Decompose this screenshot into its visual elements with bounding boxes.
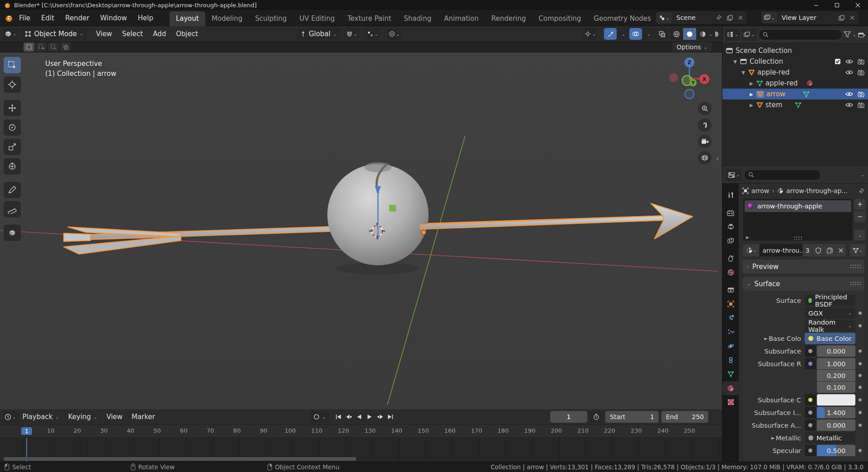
tab-render[interactable]: [722, 206, 739, 220]
filter-icon[interactable]: [844, 31, 851, 38]
disclosure-triangle-icon[interactable]: ▼: [732, 59, 738, 64]
shading-solid-button[interactable]: [683, 28, 696, 40]
remove-view-layer-button[interactable]: [847, 12, 858, 23]
eye-icon[interactable]: [845, 70, 853, 75]
xray-toggle-button[interactable]: [656, 28, 668, 40]
tab-layout[interactable]: Layout: [170, 11, 205, 26]
gizmo-minus-z[interactable]: [685, 90, 694, 99]
fake-user-button[interactable]: [813, 244, 824, 256]
expander-icon[interactable]: ►: [769, 435, 775, 440]
decorator-dot[interactable]: [859, 324, 862, 327]
metallic-field[interactable]: Metallic: [805, 432, 855, 444]
subsurface-value-field[interactable]: 0.000: [817, 345, 855, 357]
end-frame-field[interactable]: End 250: [661, 411, 708, 423]
decorator-dot[interactable]: [859, 386, 862, 389]
minimize-button[interactable]: [806, 0, 826, 10]
list-resize-grip[interactable]: [793, 236, 802, 240]
shading-dropdown[interactable]: ⌄: [706, 28, 715, 40]
view-layer-name[interactable]: View Layer: [777, 14, 836, 21]
breadcrumb-object[interactable]: arrow: [751, 187, 769, 194]
tool-annotate[interactable]: [4, 182, 21, 198]
subsurface-anisotropy-field[interactable]: 0.000: [817, 420, 855, 431]
value-socket[interactable]: [805, 345, 816, 357]
tab-tool[interactable]: [722, 188, 739, 202]
tool-select-box[interactable]: [4, 57, 21, 73]
distribution-dropdown[interactable]: GGX ⌄: [805, 307, 855, 319]
maximize-button[interactable]: [826, 0, 847, 10]
timeline-menu-marker[interactable]: Marker: [127, 411, 160, 423]
current-frame-field[interactable]: 1: [550, 411, 587, 423]
editor-splitter[interactable]: [722, 26, 722, 462]
decorator-dot[interactable]: [859, 449, 862, 452]
proportional-editing-button[interactable]: ⌄: [387, 28, 401, 40]
select-mode-extend-button[interactable]: [36, 42, 47, 52]
tab-animation[interactable]: Animation: [438, 11, 485, 26]
zoom-button[interactable]: [698, 102, 712, 115]
delete-scene-button[interactable]: [735, 12, 746, 23]
gizmo-minus-x[interactable]: [669, 73, 678, 82]
material-slot-list[interactable]: arrow-through-apple ▶: [743, 199, 853, 241]
subsurface-radius-z-field[interactable]: 0.100: [817, 382, 855, 393]
decorator-dot[interactable]: [859, 349, 862, 353]
base-color-field[interactable]: Base Color: [805, 333, 855, 344]
specular-field[interactable]: 0.500: [817, 445, 855, 456]
new-scene-button[interactable]: [724, 12, 735, 23]
panel-drag-grip[interactable]: [850, 264, 861, 269]
tab-physics[interactable]: [722, 339, 739, 353]
value-socket[interactable]: [805, 407, 816, 418]
tab-particles[interactable]: [722, 325, 739, 339]
decorator-dot[interactable]: [859, 411, 862, 414]
properties-search-input[interactable]: [744, 170, 821, 180]
select-mode-intersect-button[interactable]: [60, 42, 71, 52]
slot-specials-button[interactable]: ⌄: [854, 230, 865, 241]
tool-add-cube[interactable]: [4, 225, 21, 241]
menu-render[interactable]: Render: [60, 12, 94, 24]
disclosure-triangle-icon[interactable]: ▶: [749, 81, 754, 86]
breadcrumb-material[interactable]: arrow-through-ap...: [786, 187, 847, 194]
tab-world[interactable]: [722, 265, 739, 279]
outliner-row-collection[interactable]: ▼ Collection: [722, 56, 868, 67]
chevron-down-icon[interactable]: ⌄: [861, 172, 864, 177]
surface-shader-field[interactable]: Principled BSDF: [805, 295, 855, 306]
value-socket[interactable]: [805, 445, 816, 456]
chevron-down-icon[interactable]: ⌄: [322, 415, 326, 420]
show-overlays-button[interactable]: [629, 28, 642, 40]
color-socket[interactable]: [805, 394, 816, 406]
tool-move[interactable]: [4, 100, 21, 116]
decorator-dot[interactable]: [859, 424, 862, 427]
play-button[interactable]: [364, 411, 375, 423]
tab-rendering[interactable]: Rendering: [485, 11, 533, 26]
new-collection-button[interactable]: [858, 31, 865, 38]
material-users-button[interactable]: 3: [803, 244, 812, 256]
snap-toggle-button[interactable]: ⌄: [344, 28, 359, 40]
tab-sculpting[interactable]: Sculpting: [249, 11, 293, 26]
add-slot-button[interactable]: +: [854, 199, 865, 210]
tab-view-layer[interactable]: [722, 234, 739, 248]
eye-icon[interactable]: [845, 59, 853, 64]
tool-cursor[interactable]: [4, 76, 21, 93]
outliner-row-stem[interactable]: ▶ stem: [722, 99, 868, 110]
viewport-menu-view[interactable]: View: [91, 28, 117, 40]
scene-name[interactable]: Scene: [672, 14, 713, 21]
outliner-row-apple-red-mesh[interactable]: ▶ apple-red: [722, 78, 868, 89]
tab-geometry-nodes[interactable]: Geometry Nodes: [587, 11, 657, 26]
tool-scale[interactable]: [4, 139, 21, 155]
transform-orientation-dropdown[interactable]: Global ⌄: [296, 28, 341, 40]
pan-button[interactable]: [698, 118, 712, 132]
use-preview-range-button[interactable]: [590, 411, 603, 423]
editor-type-button[interactable]: ⌄: [3, 28, 18, 40]
tab-output[interactable]: [722, 220, 739, 234]
tab-scene[interactable]: [722, 251, 739, 265]
preview-panel-header[interactable]: › Preview: [742, 260, 864, 274]
camera-icon[interactable]: [858, 70, 864, 76]
subsurface-method-dropdown[interactable]: Random Walk ⌄: [805, 320, 855, 331]
eye-icon[interactable]: [845, 91, 853, 97]
tool-rotate[interactable]: [4, 119, 21, 136]
camera-icon[interactable]: [858, 102, 864, 108]
tab-constraints[interactable]: [722, 353, 739, 367]
tab-collection[interactable]: [722, 283, 739, 297]
menu-help[interactable]: Help: [132, 12, 159, 24]
playhead-frame-tag[interactable]: 1: [21, 427, 32, 435]
start-frame-field[interactable]: Start 1: [605, 411, 659, 423]
outliner-row-arrow[interactable]: ▶ arrow: [722, 89, 868, 99]
